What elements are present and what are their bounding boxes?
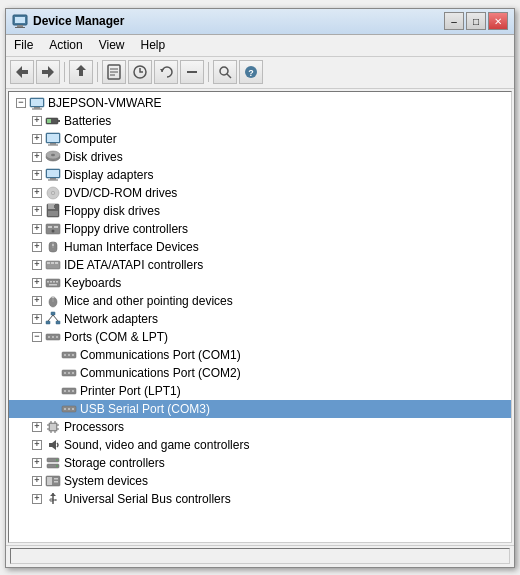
tree-item-processors[interactable]: + Processors (9, 418, 511, 436)
menu-help[interactable]: Help (133, 37, 174, 54)
close-button[interactable]: ✕ (488, 12, 508, 30)
svg-line-16 (227, 74, 231, 78)
tree-item-disk-drives[interactable]: + Disk drives (9, 148, 511, 166)
toolbar-separator-1 (64, 62, 65, 82)
properties-button[interactable] (102, 60, 126, 84)
rollback-button[interactable] (154, 60, 178, 84)
floppy-disk-expander[interactable]: + (29, 203, 45, 219)
disk-drives-expander[interactable]: + (29, 149, 45, 165)
system-expander[interactable]: + (29, 473, 45, 489)
storage-label: Storage controllers (64, 456, 165, 470)
svg-point-74 (64, 354, 66, 356)
svg-rect-22 (32, 108, 42, 109)
storage-expander[interactable]: + (29, 455, 45, 471)
tree-item-batteries[interactable]: + Batteries (9, 112, 511, 130)
device-tree[interactable]: − BJEPSON-VMWARE + (8, 91, 512, 543)
usb-expander[interactable]: + (29, 491, 45, 507)
svg-point-88 (72, 408, 74, 410)
forward-button[interactable] (36, 60, 60, 84)
display-expander[interactable]: + (29, 167, 45, 183)
ports-expander[interactable]: − (29, 329, 45, 345)
computer-icon (45, 131, 61, 147)
uninstall-button[interactable] (180, 60, 204, 84)
dvd-expander[interactable]: + (29, 185, 45, 201)
svg-rect-3 (15, 27, 25, 28)
svg-rect-42 (48, 211, 58, 216)
svg-rect-34 (47, 170, 59, 177)
svg-rect-21 (34, 107, 40, 109)
help-button[interactable]: ? (239, 60, 263, 84)
tree-item-usb[interactable]: + Universal Serial Bus controllers (9, 490, 511, 508)
com2-icon (61, 365, 77, 381)
com3-icon (61, 401, 77, 417)
window-icon (12, 13, 28, 29)
svg-rect-53 (51, 262, 54, 264)
tree-item-com1[interactable]: Communications Port (COM1) (9, 346, 511, 364)
tree-item-ide[interactable]: + IDE ATA/ATAPI controllers (9, 256, 511, 274)
menu-action[interactable]: Action (41, 37, 90, 54)
svg-marker-4 (16, 66, 28, 78)
tree-item-system[interactable]: + System devices (9, 472, 511, 490)
keyboards-expander[interactable]: + (29, 275, 45, 291)
tree-item-keyboards[interactable]: + Keyboards (9, 274, 511, 292)
ide-expander[interactable]: + (29, 257, 45, 273)
maximize-button[interactable]: □ (466, 12, 486, 30)
svg-rect-106 (54, 478, 58, 480)
svg-point-87 (68, 408, 70, 410)
toolbar: ? (6, 57, 514, 89)
tree-item-floppy-disk[interactable]: + Floppy disk drives (9, 202, 511, 220)
back-button[interactable] (10, 60, 34, 84)
tree-item-display-adapters[interactable]: + Display adapters (9, 166, 511, 184)
tree-item-lpt1[interactable]: Printer Port (LPT1) (9, 382, 511, 400)
svg-point-76 (72, 354, 74, 356)
floppy-ctrl-expander[interactable]: + (29, 221, 45, 237)
hid-label: Human Interface Devices (64, 240, 199, 254)
lpt1-label: Printer Port (LPT1) (80, 384, 181, 398)
svg-point-39 (52, 192, 54, 194)
root-expander[interactable]: − (13, 95, 29, 111)
tree-item-com2[interactable]: Communications Port (COM2) (9, 364, 511, 382)
computer-expander[interactable]: + (29, 131, 45, 147)
status-panel (10, 548, 510, 564)
up-button[interactable] (69, 60, 93, 84)
svg-text:?: ? (248, 68, 254, 78)
svg-rect-58 (53, 281, 55, 283)
menu-view[interactable]: View (91, 37, 133, 54)
processors-expander[interactable]: + (29, 419, 45, 435)
svg-rect-1 (15, 17, 25, 23)
computer-label: Computer (64, 132, 117, 146)
svg-point-50 (52, 244, 54, 246)
com2-label: Communications Port (COM2) (80, 366, 241, 380)
svg-rect-110 (50, 499, 53, 501)
svg-marker-7 (76, 65, 86, 70)
tree-item-dvd-cdrom[interactable]: + DVD/CD-ROM drives (9, 184, 511, 202)
svg-rect-14 (187, 71, 197, 73)
tree-item-ports[interactable]: − Ports (COM & LPT) (9, 328, 511, 346)
tree-item-mice[interactable]: + Mice and other pointing devices (9, 292, 511, 310)
svg-rect-65 (46, 321, 50, 324)
svg-rect-25 (47, 119, 51, 123)
scan-button[interactable] (213, 60, 237, 84)
tree-item-com3[interactable]: USB Serial Port (COM3) (9, 400, 511, 418)
dvd-icon (45, 185, 61, 201)
tree-root[interactable]: − BJEPSON-VMWARE (9, 94, 511, 112)
hid-expander[interactable]: + (29, 239, 45, 255)
tree-item-sound[interactable]: + Sound, video and game controllers (9, 436, 511, 454)
minimize-button[interactable]: – (444, 12, 464, 30)
batteries-expander[interactable]: + (29, 113, 45, 129)
network-expander[interactable]: + (29, 311, 45, 327)
usb-label: Universal Serial Bus controllers (64, 492, 231, 506)
svg-marker-109 (50, 493, 56, 496)
menu-file[interactable]: File (6, 37, 41, 54)
tree-item-hid[interactable]: + Human Interface Devices (9, 238, 511, 256)
tree-item-computer[interactable]: + Computer (9, 130, 511, 148)
svg-marker-13 (160, 69, 164, 72)
mice-expander[interactable]: + (29, 293, 45, 309)
sound-expander[interactable]: + (29, 437, 45, 453)
tree-item-floppy-drive[interactable]: + Floppy drive controllers (9, 220, 511, 238)
tree-item-network[interactable]: + Network adapters (9, 310, 511, 328)
lpt1-icon (61, 383, 77, 399)
svg-point-71 (52, 336, 54, 338)
update-driver-button[interactable] (128, 60, 152, 84)
tree-item-storage[interactable]: + Storage controllers (9, 454, 511, 472)
